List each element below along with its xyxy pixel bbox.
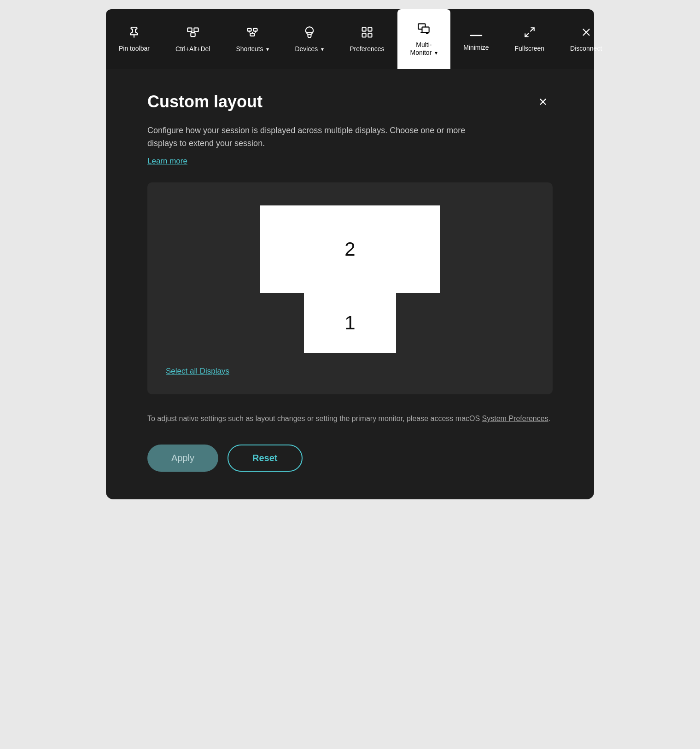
toolbar-item-minimize[interactable]: Minimize	[450, 9, 502, 69]
preferences-icon	[361, 26, 373, 41]
reset-button[interactable]: Reset	[228, 445, 302, 472]
shortcuts-icon	[246, 26, 259, 41]
toolbar-item-fullscreen[interactable]: Fullscreen	[502, 9, 557, 69]
select-all-displays-link[interactable]: Select all Displays	[166, 367, 229, 376]
svg-line-18	[525, 33, 529, 37]
button-row: Apply Reset	[147, 445, 553, 472]
footer-text: To adjust native settings such as layout…	[147, 413, 553, 425]
footer-text-part2: .	[548, 415, 550, 422]
svg-rect-4	[248, 28, 251, 31]
svg-rect-11	[368, 33, 372, 37]
svg-rect-1	[187, 28, 192, 31]
main-panel: Custom layout Configure how your session…	[106, 69, 594, 499]
toolbar-item-ctrl[interactable]: Ctrl+Alt+Del	[163, 9, 223, 69]
apply-button[interactable]: Apply	[147, 445, 218, 472]
svg-line-17	[531, 28, 534, 31]
svg-rect-5	[254, 28, 257, 31]
ctrl-alt-del-icon	[187, 26, 199, 41]
devices-icon	[303, 26, 316, 41]
disconnect-icon	[580, 26, 592, 40]
dialog-header: Custom layout	[147, 92, 553, 111]
preferences-label: Preferences	[350, 45, 384, 53]
svg-rect-9	[368, 27, 372, 31]
fullscreen-label: Fullscreen	[514, 45, 544, 53]
toolbar: Pin toolbar Ctrl+Alt+Del Shortcuts ▾	[106, 9, 594, 69]
display-area: 2 1 Select all Displays	[147, 182, 553, 394]
pin-icon	[128, 26, 140, 40]
fullscreen-icon	[524, 26, 536, 40]
svg-rect-13	[422, 27, 429, 33]
minimize-label: Minimize	[463, 44, 489, 52]
toolbar-item-shortcuts[interactable]: Shortcuts ▾	[223, 9, 282, 69]
multi-monitor-label: Multi-Monitor ▾	[410, 41, 438, 57]
minimize-icon	[470, 27, 483, 39]
svg-rect-8	[362, 27, 366, 31]
toolbar-item-devices[interactable]: Devices ▾	[282, 9, 337, 69]
monitor-1[interactable]: 1	[304, 293, 396, 353]
monitor-2-label: 2	[344, 238, 355, 260]
svg-rect-3	[191, 33, 195, 36]
shortcuts-label: Shortcuts ▾	[236, 45, 269, 53]
multi-monitor-icon	[417, 22, 430, 36]
footer-text-part1: To adjust native settings such as layout…	[147, 415, 482, 422]
disconnect-label: Disconnect	[570, 45, 602, 53]
toolbar-item-preferences[interactable]: Preferences	[337, 9, 397, 69]
learn-more-link[interactable]: Learn more	[147, 157, 187, 166]
pin-toolbar-label: Pin toolbar	[119, 45, 150, 53]
svg-rect-10	[362, 33, 366, 37]
monitor-1-label: 1	[344, 312, 355, 334]
toolbar-item-multi-monitor[interactable]: Multi-Monitor ▾	[397, 9, 451, 69]
close-button[interactable]	[533, 92, 553, 111]
dialog-title: Custom layout	[147, 92, 262, 111]
toolbar-item-pin[interactable]: Pin toolbar	[106, 9, 163, 69]
toolbar-item-disconnect[interactable]: Disconnect	[557, 9, 615, 69]
monitors-container: 2 1	[260, 205, 440, 353]
monitor-2[interactable]: 2	[260, 205, 440, 293]
devices-label: Devices ▾	[295, 45, 324, 53]
system-preferences-link[interactable]: System Preferences	[482, 415, 548, 422]
ctrl-alt-del-label: Ctrl+Alt+Del	[175, 45, 210, 53]
dialog-description: Configure how your session is displayed …	[147, 124, 479, 150]
svg-rect-2	[194, 28, 198, 31]
